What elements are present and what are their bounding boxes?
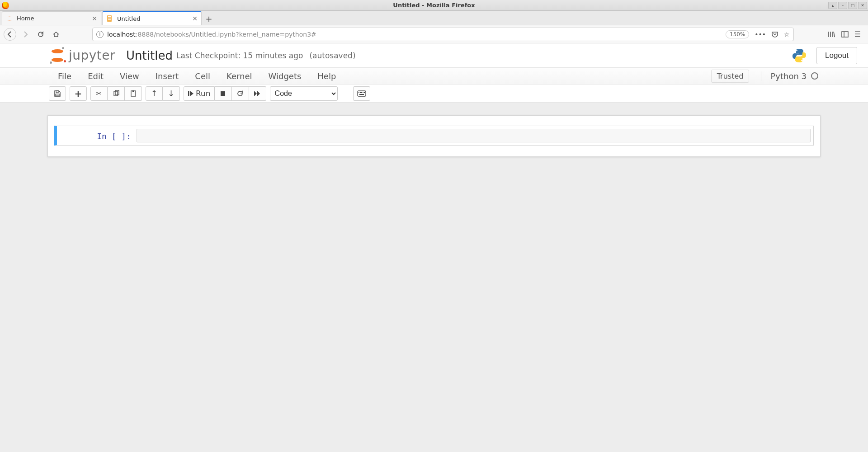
new-tab-button[interactable]: + [203,12,215,25]
svg-rect-17 [358,91,366,96]
nav-forward-button[interactable] [19,28,32,41]
restart-icon [236,90,244,97]
command-palette-button[interactable] [353,86,370,101]
run-cell-button[interactable]: Run [184,86,215,101]
svg-rect-3 [108,18,111,19]
notebook-title[interactable]: Untitled [126,49,173,62]
library-icon[interactable] [827,30,835,38]
svg-rect-19 [360,92,361,93]
window-minimize-button[interactable]: – [838,2,847,9]
run-step-icon [188,90,194,97]
interrupt-kernel-button[interactable] [215,86,232,101]
stop-icon [220,90,226,97]
notebook-header: jupyter Untitled Last Checkpoint: 15 min… [0,43,868,68]
svg-rect-4 [108,19,111,20]
logout-button[interactable]: Logout [816,47,857,64]
url-path: :8888/notebooks/Untitled.ipynb?kernel_na… [136,31,316,38]
menu-help[interactable]: Help [309,68,344,84]
fast-forward-icon [254,90,261,97]
url-host: localhost [107,31,136,38]
paste-cell-button[interactable] [125,86,142,101]
checkpoint-text: Last Checkpoint: 15 minutes ago [176,51,303,60]
copy-cell-button[interactable] [108,86,125,101]
save-button[interactable] [49,86,66,101]
notebook-container: In [ ]: [47,115,821,157]
restart-kernel-button[interactable] [232,86,249,101]
browser-tab-home[interactable]: Home ✕ [2,11,101,25]
jupyter-favicon-icon [6,15,13,22]
arrow-down-icon: ↓ [168,89,175,98]
menu-widgets[interactable]: Widgets [260,68,310,84]
tab-close-icon[interactable]: ✕ [192,15,198,22]
menu-kernel[interactable]: Kernel [218,68,260,84]
browser-tab-label: Home [17,15,34,22]
firefox-menu-icon[interactable]: ☰ [854,30,861,38]
url-bar[interactable]: i localhost:8888/notebooks/Untitled.ipyn… [92,28,794,41]
firefox-icon [2,2,9,9]
svg-rect-14 [132,90,134,92]
cell-type-select[interactable]: Code [270,86,338,101]
browser-tab-notebook[interactable]: Untitled ✕ [102,11,202,25]
notebook-area: In [ ]: [0,103,868,157]
cut-cell-button[interactable]: ✂ [90,86,108,101]
run-label: Run [196,89,211,98]
nav-home-button[interactable] [50,28,62,41]
autosave-text: (autosaved) [309,51,355,60]
svg-rect-20 [361,92,362,93]
keyboard-icon [357,90,366,97]
browser-tab-label: Untitled [117,15,140,22]
svg-rect-10 [56,94,59,96]
menu-view[interactable]: View [112,68,147,84]
jupyter-orbit-icon [50,48,65,63]
kernel-indicator[interactable]: Python 3 [761,71,818,81]
jupyter-logo-text: jupyter [69,48,115,63]
notebook-toolbar: + ✂ ↑ ↓ Run [0,85,868,103]
menu-cell[interactable]: Cell [187,68,218,84]
zoom-indicator[interactable]: 150% [726,30,749,38]
svg-rect-16 [221,91,225,96]
move-cell-up-button[interactable]: ↑ [146,86,163,101]
code-cell[interactable]: In [ ]: [54,126,814,146]
jupyter-logo[interactable]: jupyter [50,48,115,63]
browser-navbar: i localhost:8888/notebooks/Untitled.ipyn… [0,25,868,43]
window-titlebar: Untitled - Mozilla Firefox ▴ – ▢ ✕ [0,0,868,11]
browser-tabstrip: Home ✕ Untitled ✕ + [0,11,868,25]
restart-run-all-button[interactable] [249,86,266,101]
nav-reload-button[interactable] [34,28,47,41]
window-controls: ▴ – ▢ ✕ [828,2,868,9]
site-info-icon[interactable]: i [96,31,104,38]
kernel-status-icon [811,72,818,80]
paste-icon [130,90,137,97]
bookmark-star-icon[interactable]: ☆ [784,31,790,38]
page-actions-icon[interactable]: ••• [755,31,766,38]
notebook-menubar: File Edit View Insert Cell Kernel Widget… [0,68,868,85]
trusted-indicator[interactable]: Trusted [711,70,750,83]
svg-rect-2 [108,16,111,17]
window-extra-button[interactable]: ▴ [828,2,837,9]
svg-rect-22 [364,92,365,93]
svg-rect-23 [359,94,364,95]
nav-back-button[interactable] [4,28,16,41]
copy-icon [113,90,120,97]
scissors-icon: ✂ [96,89,102,98]
menu-file[interactable]: File [50,68,80,84]
insert-cell-button[interactable]: + [70,86,87,101]
kernel-name: Python 3 [770,71,807,81]
svg-rect-18 [359,92,359,93]
tab-close-icon[interactable]: ✕ [92,15,97,22]
notebook-favicon-icon [106,15,113,22]
cell-prompt: In [ ]: [60,129,137,142]
move-cell-down-button[interactable]: ↓ [163,86,180,101]
svg-point-7 [796,50,797,51]
code-input[interactable] [137,129,811,142]
svg-rect-21 [363,92,363,93]
menu-insert[interactable]: Insert [147,68,187,84]
pocket-icon[interactable] [771,31,778,38]
window-maximize-button[interactable]: ▢ [848,2,857,9]
menu-edit[interactable]: Edit [80,68,112,84]
sidebar-toggle-icon[interactable] [841,30,849,38]
svg-rect-15 [188,91,189,96]
save-icon [54,90,61,97]
plus-icon: + [75,88,82,99]
window-close-button[interactable]: ✕ [858,2,867,9]
